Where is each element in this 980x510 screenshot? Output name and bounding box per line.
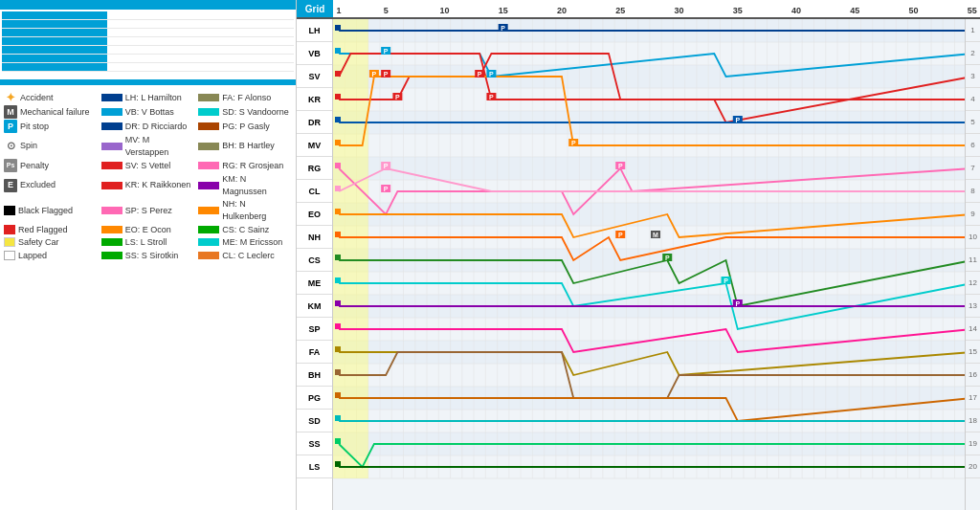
- finish-label-SP: 14: [966, 318, 980, 341]
- kr-label: KR: K Raikkonen: [125, 179, 191, 191]
- spin-label: Spin: [20, 140, 37, 152]
- row-label-SP: SP: [297, 318, 332, 341]
- key-sd: SD: S Vandoorne: [198, 105, 292, 119]
- laps-row: [2, 29, 294, 37]
- key-spin: ⊙ Spin: [4, 134, 98, 158]
- lap-number-header: [333, 0, 965, 17]
- row-label-KM: KM: [297, 295, 332, 318]
- row-labels: LHVBSVKRDRMVRGCLEONHCSMEKMSPFABHPGSDSSLS: [297, 19, 333, 510]
- finish-label-FA: 15: [966, 341, 980, 364]
- lh-label: LH: L Hamilton: [125, 92, 182, 104]
- key-header: [0, 79, 296, 85]
- row-label-MV: MV: [297, 134, 332, 157]
- rg-label: RG: R Grosjean: [222, 160, 283, 172]
- lapped-icon: [4, 251, 15, 260]
- key-pg: PG: P Gasly: [198, 120, 292, 133]
- rg-icon: [198, 162, 219, 169]
- key-vsc: Ps Penalty: [4, 159, 98, 172]
- row-label-KR: KR: [297, 88, 332, 111]
- key-cl: CL: C Leclerc: [198, 250, 292, 262]
- key-section: ✦ Accident LH: L Hamilton FA: F Alonso M…: [0, 79, 296, 263]
- key-lh: LH: L Hamilton: [101, 91, 195, 104]
- row-label-SS: SS: [297, 432, 332, 455]
- race-distance-value: [107, 55, 122, 62]
- row-label-DR: DR: [297, 111, 332, 134]
- eo-label: EO: E Ocon: [125, 224, 171, 236]
- row-label-LH: LH: [297, 19, 332, 42]
- cs-icon: [198, 226, 219, 233]
- mv-label: MV: M Verstappen: [125, 134, 195, 158]
- start-time-value: [107, 37, 122, 45]
- excl-icon: E: [4, 179, 17, 192]
- nh-label: NH: N Hulkenberg: [222, 198, 292, 222]
- vsc-label: Penalty: [20, 160, 49, 172]
- row-label-CL: CL: [297, 180, 332, 203]
- finish-label-LS: 20: [966, 455, 980, 478]
- chart-panel: Grid LHVBSVKRDRMVRGCLEONHCSMEKMSPFABHPGS…: [297, 0, 980, 510]
- red-flag-label: Red Flagged: [18, 224, 68, 236]
- key-fa: FA: F Alonso: [198, 91, 292, 104]
- finish-label-VB: 2: [966, 42, 980, 65]
- row-label-BH: BH: [297, 364, 332, 387]
- key-lapped: Lapped: [4, 250, 98, 262]
- lapped-label: Lapped: [18, 250, 47, 262]
- key-cs: CS: C Sainz: [198, 224, 292, 236]
- ls-label: LS: L Stroll: [125, 236, 167, 249]
- pit-label: Pit stop: [20, 121, 49, 133]
- cl-label: CL: C Leclerc: [222, 250, 275, 262]
- race-date-value: [107, 11, 122, 19]
- row-label-SV: SV: [297, 65, 332, 88]
- finish-label-DR: 5: [966, 111, 980, 134]
- dr-label: DR: D Ricciardo: [125, 121, 188, 133]
- lap-record-row: [2, 63, 294, 72]
- sp-icon: [101, 207, 122, 214]
- circuit-row: [2, 20, 294, 29]
- circuit-length-value: [107, 46, 122, 54]
- lap-record-label: [2, 63, 107, 71]
- black-flag-icon: [4, 206, 15, 215]
- key-ls: LS: L Stroll: [101, 236, 195, 249]
- circuit-length-label: [2, 46, 107, 54]
- pg-label: PG: P Gasly: [222, 121, 269, 133]
- finish-label-SD: 18: [966, 410, 980, 432]
- sv-icon: [101, 162, 122, 169]
- start-time-label: [2, 37, 107, 45]
- race-date-row: [2, 11, 294, 20]
- pit-icon: P: [4, 120, 17, 133]
- key-grid: ✦ Accident LH: L Hamilton FA: F Alonso M…: [0, 89, 296, 263]
- me-label: ME: M Ericsson: [222, 236, 282, 249]
- ls-icon: [101, 238, 122, 246]
- key-me: ME: M Ericsson: [198, 236, 292, 249]
- accident-icon: ✦: [4, 91, 17, 104]
- laps-label: [2, 29, 107, 36]
- finish-label-MV: 6: [966, 134, 980, 157]
- key-black-flag: Black Flagged: [4, 198, 98, 222]
- key-excl: E Excluded: [4, 173, 98, 197]
- km-icon: [198, 182, 219, 189]
- dr-icon: [101, 122, 122, 130]
- key-km: KM: N Magnussen: [198, 173, 292, 197]
- finish-label-NH: 10: [966, 226, 980, 249]
- mv-icon: [101, 143, 122, 150]
- finish-label-KR: 4: [966, 88, 980, 111]
- row-label-SD: SD: [297, 410, 332, 432]
- lh-icon: [101, 94, 122, 101]
- vb-label: VB: V Bottas: [125, 106, 174, 119]
- info-panel: ✦ Accident LH: L Hamilton FA: F Alonso M…: [0, 0, 297, 510]
- ss-icon: [101, 252, 122, 259]
- key-mv: MV: M Verstappen: [101, 134, 195, 158]
- key-eo: EO: E Ocon: [101, 224, 195, 236]
- info-table: [0, 10, 296, 74]
- spin-icon: ⊙: [4, 140, 17, 153]
- finish-label-RG: 7: [966, 157, 980, 180]
- sd-icon: [198, 108, 219, 116]
- round-bar: [0, 0, 296, 10]
- bh-label: BH: B Hartley: [222, 140, 275, 152]
- mech-icon: M: [4, 105, 17, 119]
- race-distance-row: [2, 55, 294, 63]
- key-red-flag: Red Flagged: [4, 224, 98, 236]
- row-label-RG: RG: [297, 157, 332, 180]
- key-accident: ✦ Accident: [4, 91, 98, 104]
- finish-label-LH: 1: [966, 19, 980, 42]
- fa-label: FA: F Alonso: [222, 92, 271, 104]
